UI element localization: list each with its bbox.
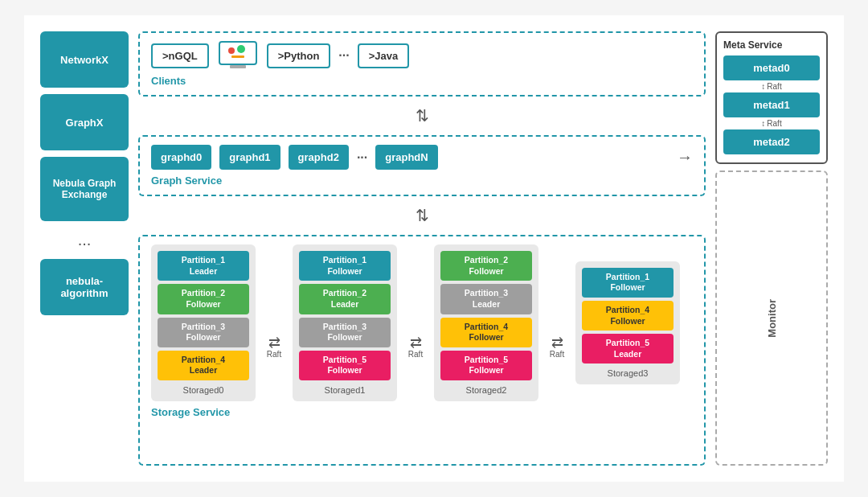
- svg-point-2: [228, 47, 235, 54]
- s2-p4-follower: Partition_4Follower: [440, 318, 532, 347]
- metad2: metad2: [723, 129, 820, 154]
- graph-to-storage-arrow: ⇅: [138, 206, 706, 225]
- graphd0: graphd0: [151, 145, 211, 170]
- raft-label-2: Raft: [408, 350, 423, 359]
- graph-dots: ···: [357, 150, 367, 165]
- s2-p5-follower: Partition_5Follower: [440, 351, 532, 380]
- left-sidebar: NetworkX GraphX Nebula Graph Exchange ..…: [40, 31, 129, 466]
- storaged1-label: Storaged1: [299, 385, 391, 395]
- client-ngql: >nGQL: [151, 43, 209, 68]
- s3-p1-follower: Partition_1Follower: [582, 268, 674, 298]
- storaged3-block: Partition_1Follower Partition_4Follower …: [575, 261, 680, 385]
- client-python: >Python: [267, 43, 331, 68]
- meta-section: Meta Service metad0 ↕Raft metad1 ↕Raft m…: [715, 31, 828, 164]
- metad0: metad0: [723, 55, 820, 80]
- sidebar-item-networkx: NetworkX: [40, 31, 129, 88]
- s1-p1-follower: Partition_1Follower: [299, 251, 391, 281]
- clients-dots: ···: [338, 48, 349, 63]
- clients-label: Clients: [151, 75, 693, 87]
- s0-p1-leader: Partition_1Leader: [158, 251, 249, 281]
- s0-p2-follower: Partition_2Follower: [158, 284, 249, 314]
- s2-p3-leader: Partition_3Leader: [440, 284, 532, 314]
- raft-label-meta-1: ↕Raft: [723, 82, 820, 91]
- monitor-label: Monitor: [766, 299, 778, 338]
- right-area: Meta Service metad0 ↕Raft metad1 ↕Raft m…: [715, 31, 828, 466]
- graph-row: graphd0 graphd1 graphd2 ··· graphdN →: [151, 145, 693, 170]
- svg-rect-4: [231, 55, 244, 58]
- sidebar-item-graphx: GraphX: [40, 94, 129, 150]
- graphdN: graphdN: [375, 145, 437, 170]
- sidebar-item-nebula-graph-exchange: Nebula Graph Exchange: [40, 157, 129, 221]
- metad1: metad1: [723, 92, 820, 117]
- storaged0-label: Storaged0: [158, 385, 249, 395]
- s1-p5-follower: Partition_5Follower: [299, 351, 391, 380]
- clients-section: >nGQL >Python ··· >Java: [138, 31, 706, 97]
- graph-to-meta-arrow: →: [677, 148, 693, 166]
- svg-rect-1: [230, 65, 246, 68]
- raft-label-1: Raft: [267, 350, 281, 359]
- monitor-section: Monitor: [715, 170, 828, 466]
- storaged2-block: Partition_2Follower Partition_3Leader Pa…: [434, 244, 538, 401]
- graph-service-label: Graph Service: [151, 175, 693, 187]
- s1-p3-follower: Partition_3Follower: [299, 318, 391, 347]
- s1-p2-leader: Partition_2Leader: [299, 284, 391, 314]
- s3-p5-leader: Partition_5Leader: [582, 334, 674, 364]
- s2-p2-follower: Partition_2Follower: [440, 251, 532, 281]
- s3-p4-follower: Partition_4Follower: [582, 301, 674, 331]
- client-screen-icon: [217, 41, 259, 70]
- main-container: NetworkX GraphX Nebula Graph Exchange ..…: [24, 15, 844, 482]
- raft-arrow-3: ⇄ Raft: [540, 335, 574, 359]
- storaged2-label: Storaged2: [440, 385, 532, 395]
- raft-arrow-1: ⇄ Raft: [257, 335, 291, 359]
- center-area: >nGQL >Python ··· >Java: [138, 31, 706, 466]
- meta-service-title: Meta Service: [723, 39, 820, 51]
- storage-service-label: Storage Service: [151, 406, 693, 418]
- clients-to-graph-arrow: ⇅: [138, 106, 706, 125]
- s0-p3-follower: Partition_3Follower: [158, 318, 249, 347]
- raft-arrow-2: ⇄ Raft: [399, 335, 432, 359]
- s0-p4-leader: Partition_4Leader: [158, 351, 249, 380]
- svg-rect-0: [219, 42, 256, 64]
- sidebar-dots: ...: [40, 228, 129, 253]
- storage-section: Partition_1Leader Partition_2Follower Pa…: [138, 235, 706, 466]
- graphd1: graphd1: [219, 145, 280, 170]
- graph-section: graphd0 graphd1 graphd2 ··· graphdN → Gr…: [138, 135, 706, 196]
- storage-raft-group: Partition_1Leader Partition_2Follower Pa…: [151, 244, 693, 401]
- svg-point-3: [237, 45, 245, 53]
- client-java: >Java: [358, 43, 410, 68]
- storaged3-label: Storaged3: [582, 368, 674, 378]
- clients-row: >nGQL >Python ··· >Java: [151, 41, 693, 70]
- raft-label-meta-2: ↕Raft: [723, 119, 820, 128]
- storaged0-block: Partition_1Leader Partition_2Follower Pa…: [151, 244, 256, 401]
- storaged1-block: Partition_1Follower Partition_2Leader Pa…: [293, 244, 397, 401]
- graphd2: graphd2: [289, 145, 349, 170]
- raft-label-3: Raft: [550, 350, 564, 359]
- sidebar-item-nebula-algorithm: nebula-algorithm: [40, 259, 129, 315]
